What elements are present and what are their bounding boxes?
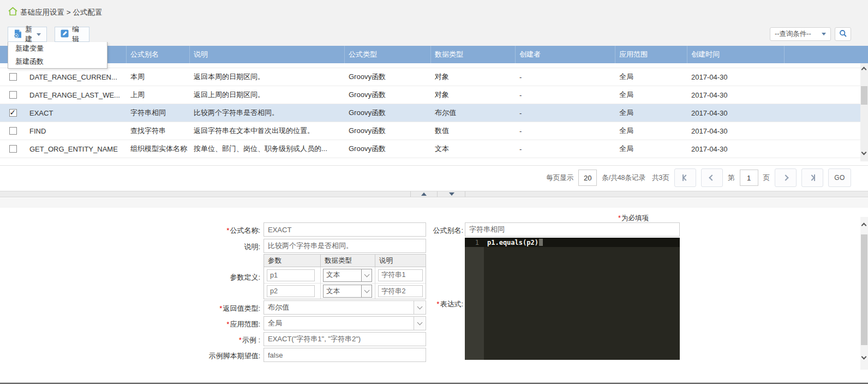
edit-document-icon	[61, 29, 69, 39]
param-name-input[interactable]	[267, 285, 315, 297]
scroll-up-icon[interactable]	[861, 223, 867, 228]
cell-desc: 返回上周的日期区间。	[190, 90, 345, 100]
page-prefix: 第	[728, 173, 735, 183]
scroll-down-icon[interactable]	[861, 354, 867, 360]
scrollbar-thumb[interactable]	[861, 86, 867, 105]
row-checkbox[interactable]	[9, 91, 17, 99]
cell-created: 2017-04-30	[687, 145, 785, 153]
param-desc-input[interactable]	[378, 285, 423, 297]
param-col-name: 参数	[264, 255, 321, 267]
next-page-button[interactable]	[775, 168, 797, 187]
table-row[interactable]: FIND 查找字符串 返回字符串在文本中首次出现的位置。 Groovy函数 数值…	[0, 122, 868, 140]
table-row-selected[interactable]: EXACT 字符串相同 比较两个字符串是否相同。 Groovy函数 布尔值 - …	[0, 104, 868, 122]
param-type-select[interactable]: 文本	[323, 285, 372, 298]
collapse-down-button[interactable]	[438, 191, 465, 197]
chevron-down-icon	[417, 320, 423, 325]
table-row[interactable]: DATE_RANGE_LAST_WE... 上周 返回上周的日期区间。 Groo…	[0, 86, 868, 104]
cell-name: FIND	[26, 127, 127, 135]
row-checkbox[interactable]	[9, 73, 17, 81]
cell-alias: 上周	[127, 90, 190, 100]
column-creator: 创建者	[516, 46, 615, 63]
query-condition-select[interactable]: --查询条件--	[770, 27, 831, 41]
edit-button[interactable]: 编辑	[55, 27, 89, 42]
table-row[interactable]: GET_ORG_ENTITY_NAME 组织模型实体名称 按单位、部门、岗位、职…	[0, 140, 868, 158]
search-button[interactable]	[835, 27, 851, 41]
home-icon[interactable]	[8, 7, 18, 18]
description-input[interactable]	[264, 239, 426, 253]
example-label: *示例 :	[146, 335, 260, 345]
param-definition-label: 参数定义:	[146, 273, 260, 282]
scroll-down-icon[interactable]	[861, 150, 867, 155]
scroll-up-icon[interactable]	[861, 67, 867, 73]
alias-input[interactable]	[465, 222, 680, 237]
prev-page-button[interactable]	[701, 168, 723, 187]
cell-data-type: 对象	[431, 72, 516, 82]
per-page-label: 每页显示	[546, 173, 573, 183]
breadcrumb: 基础应用设置 > 公式配置	[20, 8, 102, 17]
per-page-input[interactable]	[578, 170, 597, 186]
scope-select[interactable]: 全局	[264, 316, 426, 330]
param-row: 文本	[264, 267, 426, 283]
panel-scrollbar[interactable]	[860, 217, 868, 370]
expression-editor[interactable]: 1 p1.equals(p2)	[465, 238, 680, 360]
cell-created: 2017-04-30	[687, 109, 785, 117]
menu-item-new-variable[interactable]: 新建变量	[8, 42, 107, 55]
cell-alias: 组织模型实体名称	[127, 144, 190, 154]
column-alias: 公式别名	[127, 46, 190, 63]
param-col-type: 数据类型	[321, 255, 375, 267]
scrollbar-thumb[interactable]	[861, 234, 867, 345]
panel-splitter[interactable]	[0, 191, 868, 197]
panel-top-strip	[0, 198, 868, 208]
records-info: 条/共48条记录	[602, 173, 645, 183]
row-checkbox[interactable]	[9, 145, 17, 153]
example-input[interactable]	[264, 332, 426, 346]
cell-scope: 全局	[615, 72, 687, 82]
description-label: 说明:	[146, 242, 260, 252]
cell-type: Groovy函数	[345, 108, 431, 118]
cell-desc: 比较两个字符串是否相同。	[190, 108, 345, 118]
editor-active-line: 1 p1.equals(p2)	[465, 238, 680, 247]
cell-scope: 全局	[615, 126, 687, 136]
param-name-input[interactable]	[267, 269, 315, 281]
param-type-select[interactable]: 文本	[323, 269, 372, 282]
cell-created: 2017-04-30	[687, 91, 785, 99]
cell-name: GET_ORG_ENTITY_NAME	[26, 145, 127, 153]
menu-item-new-function[interactable]: 新建函数	[8, 55, 107, 68]
table-scrollbar[interactable]	[860, 63, 868, 161]
cell-type: Groovy函数	[345, 72, 431, 82]
column-type: 公式类型	[345, 46, 431, 63]
column-desc: 说明	[190, 46, 345, 63]
cell-created: 2017-04-30	[687, 73, 785, 81]
cell-alias: 字符串相同	[127, 108, 190, 118]
column-data-type: 数据类型	[431, 46, 516, 63]
line-number: 1	[465, 239, 484, 246]
collapse-up-button[interactable]	[410, 191, 438, 197]
alias-label: 公式别名:	[349, 226, 463, 236]
cell-scope: 全局	[615, 108, 687, 118]
formula-config-page: 基础应用设置 > 公式配置 新建 编辑	[0, 0, 868, 386]
first-page-button[interactable]	[674, 168, 696, 187]
cell-alias: 查找字符串	[127, 126, 190, 136]
row-checkbox-checked[interactable]	[9, 109, 17, 117]
column-extra	[785, 46, 868, 63]
cell-creator: -	[516, 91, 615, 99]
table-header: 公式别名 说明 公式类型 数据类型 创建者 应用范围 创建时间	[0, 46, 868, 63]
row-checkbox[interactable]	[9, 127, 17, 135]
cell-data-type: 数值	[431, 126, 516, 136]
cell-name: DATE_RANGE_CURREN...	[26, 73, 127, 81]
table-row[interactable]: DATE_RANGE_CURREN... 本周 返回本周的日期区间。 Groov…	[0, 68, 868, 86]
go-button[interactable]: GO	[828, 168, 851, 187]
chevron-down-icon	[364, 272, 369, 277]
expected-value-input[interactable]	[264, 348, 426, 362]
param-col-desc: 说明	[375, 255, 426, 267]
param-desc-input[interactable]	[378, 269, 423, 281]
new-button[interactable]: 新建	[8, 27, 47, 42]
last-page-button[interactable]	[801, 168, 823, 187]
param-row: 文本	[264, 283, 426, 299]
column-created: 创建时间	[687, 46, 785, 63]
page-suffix: 页	[763, 173, 770, 183]
page-number-input[interactable]	[740, 170, 758, 186]
chevron-down-icon	[37, 33, 41, 36]
chevron-down-icon	[822, 33, 826, 35]
cell-type: Groovy函数	[345, 90, 431, 100]
